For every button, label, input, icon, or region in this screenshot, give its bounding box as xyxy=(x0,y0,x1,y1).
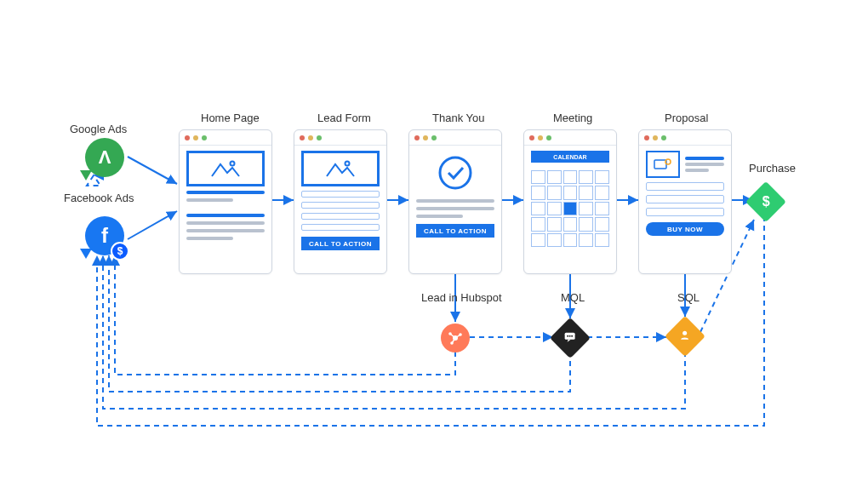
meeting-title: Meeting xyxy=(553,112,592,124)
mql-label: MQL xyxy=(561,291,585,304)
calendar-header: CALENDAR xyxy=(531,151,609,163)
svg-rect-15 xyxy=(654,160,666,169)
calendar-grid xyxy=(531,170,609,247)
thank-you-card: CALL TO ACTION xyxy=(408,129,502,274)
lead-form-title: Lead Form xyxy=(317,112,371,124)
dollar-icon: $ xyxy=(762,194,770,209)
chat-icon xyxy=(563,330,577,347)
meeting-card: CALENDAR xyxy=(523,129,617,274)
proposal-title: Proposal xyxy=(665,112,708,124)
svg-point-29 xyxy=(683,331,688,335)
google-ads-label: Google Ads xyxy=(70,123,127,135)
svg-marker-25 xyxy=(568,340,571,342)
svg-line-0 xyxy=(128,157,177,184)
svg-point-13 xyxy=(345,162,350,166)
proposal-card: BUY NOW xyxy=(638,129,732,274)
lead-in-hubspot-label: Lead in Hubspot xyxy=(421,291,502,304)
facebook-ads-label: Facebook Ads xyxy=(64,192,134,204)
image-placeholder-icon xyxy=(186,151,265,186)
thank-you-cta: CALL TO ACTION xyxy=(416,224,494,238)
home-page-card xyxy=(179,129,272,274)
checkmark-circle-icon xyxy=(437,154,474,192)
purchase-diamond: $ xyxy=(745,181,786,222)
google-ads-icon: Λ xyxy=(85,138,124,177)
payment-icon xyxy=(654,158,672,171)
svg-point-12 xyxy=(231,162,235,166)
svg-point-14 xyxy=(440,158,471,188)
svg-line-1 xyxy=(128,211,177,239)
person-icon xyxy=(679,329,691,344)
mql-diamond xyxy=(550,318,591,358)
purchase-label: Purchase xyxy=(749,162,796,175)
sql-diamond xyxy=(665,316,705,357)
diagram-stage: Google Ads Λ Facebook Ads f $ Home Page … xyxy=(0,0,868,487)
image-placeholder-icon xyxy=(301,151,380,186)
home-page-title: Home Page xyxy=(201,112,260,124)
proposal-cta: BUY NOW xyxy=(646,222,724,236)
lead-form-card: CALL TO ACTION xyxy=(294,129,387,274)
dollar-badge-icon: $ xyxy=(111,242,129,261)
sql-label: SQL xyxy=(677,291,700,304)
facebook-ads-icon: f $ xyxy=(85,216,124,255)
hubspot-icon xyxy=(441,324,470,352)
thank-you-title: Thank You xyxy=(432,112,484,124)
lead-form-cta: CALL TO ACTION xyxy=(301,237,380,250)
